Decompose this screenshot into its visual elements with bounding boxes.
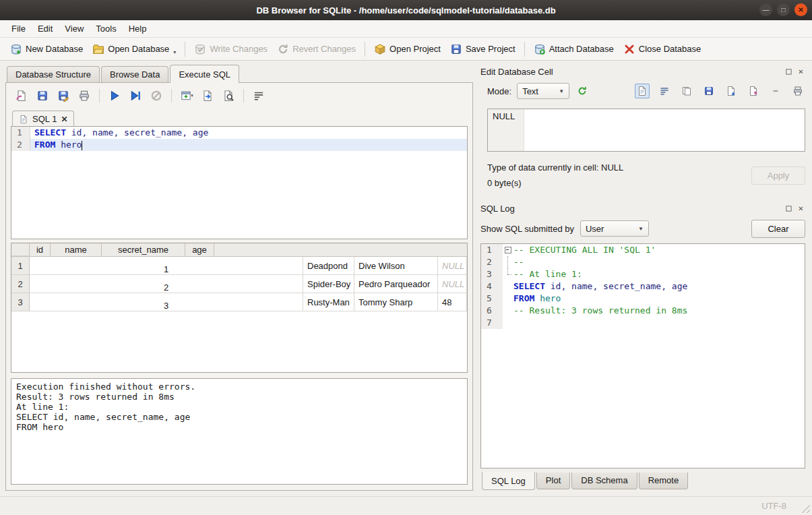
close-panel-icon[interactable]: ✕ (797, 67, 805, 76)
open-in-editor-button[interactable] (199, 88, 216, 104)
table-cell[interactable]: NULL (438, 257, 467, 275)
open-sql-file-button[interactable] (13, 88, 30, 104)
toggle-wrap-button[interactable] (251, 88, 267, 104)
menu-help[interactable]: Help (123, 21, 153, 36)
auto-format-icon[interactable] (575, 84, 590, 98)
column-header-age[interactable]: age (185, 243, 214, 256)
attach-database-icon (534, 43, 546, 55)
window-buttons: ― □ ✕ (759, 3, 807, 16)
table-cell[interactable]: 3 (30, 293, 303, 311)
table-cell[interactable]: 1 (30, 257, 303, 275)
toolbar-separator (99, 89, 100, 102)
open-database-button[interactable]: Open Database▾ (88, 40, 181, 58)
menu-view[interactable]: View (59, 21, 90, 36)
tab-database-structure[interactable]: Database Structure (7, 66, 100, 83)
main-area: Database StructureBrowse DataExecute SQL… (0, 61, 812, 496)
export-cell-button[interactable] (746, 84, 761, 98)
bottom-tab-sql-log[interactable]: SQL Log (482, 472, 535, 490)
open-project-button[interactable]: Open Project (369, 40, 445, 58)
fold-marker-icon (503, 256, 513, 268)
close-database-button[interactable]: Close Database (619, 40, 706, 58)
log-filter-select[interactable]: User ▼ (580, 220, 649, 237)
copy-cell-button[interactable] (679, 84, 694, 98)
attach-database-button[interactable]: Attach Database (529, 40, 619, 58)
menu-edit[interactable]: Edit (32, 21, 59, 36)
save-project-button[interactable]: Save Project (445, 40, 520, 58)
new-database-button[interactable]: New Database (5, 40, 88, 58)
float-panel-icon[interactable] (784, 67, 793, 76)
write-changes-button: Write Changes (189, 40, 272, 58)
fold-marker-icon (503, 293, 513, 305)
find-replace-button[interactable] (220, 88, 237, 104)
sql-tab-label: SQL 1 (32, 114, 57, 124)
clear-log-button[interactable]: Clear (751, 220, 805, 238)
import-cell-icon (726, 86, 737, 96)
row-number[interactable]: 3 (11, 293, 30, 311)
export-cell-icon (748, 86, 759, 96)
execute-all-button[interactable] (106, 88, 123, 104)
print-cell-button[interactable] (790, 84, 805, 98)
save-sql-file-button[interactable] (34, 88, 51, 104)
set-null-button[interactable] (768, 84, 783, 98)
log-text: -- (513, 256, 524, 268)
table-cell[interactable]: Tommy Sharp (354, 293, 438, 311)
table-cell[interactable]: Deadpond (303, 257, 354, 275)
save-cell-button[interactable] (701, 84, 716, 98)
word-wrap-button[interactable] (657, 84, 672, 98)
column-header-name[interactable]: name (51, 243, 102, 256)
row-number[interactable]: 2 (11, 275, 30, 293)
open-database-dropdown-icon[interactable]: ▾ (173, 49, 176, 55)
bottom-tab-plot[interactable]: Plot (536, 473, 570, 489)
log-line: 6-- Result: 3 rows returned in 8ms (481, 305, 805, 317)
minimize-icon[interactable]: ― (759, 3, 772, 16)
bottom-tab-remote[interactable]: Remote (639, 473, 689, 489)
table-cell[interactable]: Pedro Parqueador (354, 275, 438, 293)
line-number: 2 (11, 139, 30, 151)
open-sql-file-icon (15, 90, 28, 102)
resize-grip-icon[interactable] (802, 505, 810, 513)
cell-editor[interactable]: NULL (487, 109, 805, 152)
tab-execute-sql[interactable]: Execute SQL (170, 65, 239, 83)
maximize-icon[interactable]: □ (777, 3, 790, 16)
fold-marker-icon[interactable] (503, 244, 513, 256)
menu-file[interactable]: File (5, 21, 32, 36)
editor-line[interactable]: 1SELECT id, name, secret_name, age (11, 127, 467, 139)
table-cell[interactable]: Dive Wilson (354, 257, 438, 275)
table-cell[interactable]: Spider-Boy (303, 275, 354, 293)
save-sql-as-button[interactable] (55, 88, 71, 104)
log-line: 4SELECT id, name, secret_name, age (481, 280, 805, 293)
new-tab-dropdown-icon[interactable]: ▾ (191, 93, 193, 98)
close-tab-icon[interactable]: ✕ (61, 115, 67, 124)
column-header-secret_name[interactable]: secret_name (102, 243, 185, 256)
sql-tab[interactable]: SQL 1 ✕ (12, 111, 74, 127)
results-corner-cell (11, 243, 30, 256)
table-cell[interactable]: 48 (438, 293, 467, 311)
text-mode-button[interactable] (635, 84, 650, 98)
log-line: 3-- At line 1: (481, 268, 805, 280)
mode-select[interactable]: Text ▼ (517, 83, 569, 99)
float-log-panel-icon[interactable] (784, 204, 793, 213)
table-cell[interactable]: Rusty-Man (303, 293, 354, 311)
print-button[interactable] (76, 88, 92, 104)
column-header-id[interactable]: id (30, 243, 51, 256)
execute-current-line-button[interactable] (127, 88, 144, 104)
row-number[interactable]: 1 (11, 257, 30, 275)
menu-tools[interactable]: Tools (90, 21, 122, 36)
sql-editor[interactable]: 1SELECT id, name, secret_name, age2FROM … (11, 126, 468, 239)
table-cell[interactable]: NULL (438, 275, 467, 293)
editor-code: SELECT id, name, secret_name, age (30, 127, 467, 139)
close-window-icon[interactable]: ✕ (794, 3, 807, 16)
table-cell[interactable]: 2 (30, 275, 303, 293)
close-log-panel-icon[interactable]: ✕ (797, 204, 805, 213)
import-cell-button[interactable] (724, 84, 739, 98)
bottom-tab-db-schema[interactable]: DB Schema (571, 473, 637, 489)
chevron-down-icon: ▼ (559, 88, 564, 94)
save-project-icon (450, 43, 462, 55)
stop-icon (150, 90, 162, 102)
edit-cell-header: Edit Database Cell ✕ (480, 65, 805, 78)
titlebar: DB Browser for SQLite - /home/user/code/… (0, 0, 812, 20)
tab-browse-data[interactable]: Browse Data (101, 66, 168, 83)
new-tab-button[interactable]: ▾ (179, 88, 195, 104)
editor-line[interactable]: 2FROM hero (11, 139, 467, 151)
new-database-label: New Database (26, 44, 83, 54)
